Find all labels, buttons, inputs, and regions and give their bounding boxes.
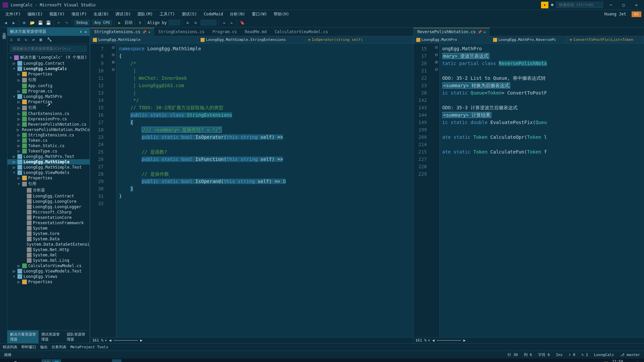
tree-item[interactable]: ▷ReversePolishNotation.MathCore.cs	[7, 127, 90, 132]
bottom-tool-tab[interactable]: 输出	[40, 345, 48, 350]
menu-item[interactable]: 文件(F)	[3, 11, 23, 18]
vs-taskbar-icon[interactable]: ∞	[112, 359, 121, 362]
tree-item[interactable]: System	[7, 226, 90, 231]
properties-icon[interactable]: 🔧	[47, 37, 52, 43]
feedback-icon[interactable]: ☻	[551, 3, 553, 7]
menu-item[interactable]: 分析(N)	[227, 11, 248, 18]
panel-bottom-tab[interactable]: 团队资源管理器	[64, 330, 90, 343]
explorer-icon[interactable]: 📁	[42, 359, 51, 362]
tree-item[interactable]: ▷Properties	[7, 71, 90, 77]
redo-icon[interactable]: ↷	[64, 20, 70, 26]
undo-icon[interactable]: ↶	[56, 20, 62, 26]
tree-item[interactable]: ▷Token.cs	[7, 138, 90, 143]
close-tab-icon[interactable]: ✕	[484, 30, 486, 34]
search-combo[interactable]	[201, 20, 216, 25]
menu-item[interactable]: 测试(S)	[179, 11, 200, 18]
editor-tab[interactable]: StringExtensions.cs📌✕	[90, 28, 154, 36]
tree-item[interactable]: System.Data.DataSetExtensions	[7, 242, 90, 247]
close-tab-icon[interactable]: ✕	[148, 30, 150, 34]
bottom-tool-tab[interactable]: 即时窗口	[21, 345, 36, 350]
tree-item[interactable]: ▷Token.Static.cs	[7, 143, 90, 148]
menu-item[interactable]: 编辑(E)	[25, 11, 46, 18]
outdent-icon[interactable]: ⇤	[229, 20, 235, 26]
nav-project-r[interactable]: LoongEgg.MathPro	[414, 36, 490, 43]
alignby-combo[interactable]	[169, 20, 180, 25]
tree-item[interactable]: ▷CharExtensions.cs	[7, 111, 90, 116]
panel-bottom-tab[interactable]: 解决方案资源管理器	[7, 330, 39, 343]
menu-item[interactable]: 调试(D)	[113, 11, 133, 18]
quick-launch-input[interactable]	[556, 2, 603, 8]
git-down-icon[interactable]: ✎ 2	[581, 353, 588, 357]
back-icon[interactable]: ◀	[3, 20, 9, 26]
open-icon[interactable]: 📂	[29, 20, 35, 26]
collapse-icon[interactable]: ⊟	[17, 37, 23, 43]
tree-item[interactable]: Microsoft.CSharp	[7, 209, 90, 215]
tree-item[interactable]: ▷引用	[7, 105, 90, 111]
cortana-icon[interactable]: ○	[21, 359, 31, 362]
nav-class[interactable]: LoongEgg.MathSimple.StringExtensions	[198, 36, 306, 43]
tree-item[interactable]: System.Net.Http	[7, 247, 90, 252]
tree-item[interactable]: ▷Properties	[7, 279, 90, 285]
tree-item[interactable]: ▷LoongEgg.MathPro.Test	[7, 154, 90, 159]
tree-item[interactable]: ▷LoongEgg.ViewModels.Test	[7, 268, 90, 274]
chrome-icon[interactable]: 🌐	[52, 359, 61, 362]
save-icon[interactable]: 💾	[37, 20, 43, 26]
tree-item[interactable]: ▿LoongEgg.ViewModels	[7, 170, 90, 175]
tree-item[interactable]: ▷引用	[7, 77, 90, 83]
fold-gutter[interactable]: ⊟⊟⊞⊟	[110, 44, 116, 337]
zoom-right[interactable]: 161 %	[416, 338, 427, 343]
close-button[interactable]: ✕	[631, 2, 641, 8]
editor-tab[interactable]: ReadMe.md	[241, 28, 271, 36]
menu-item[interactable]: CodeMaid	[201, 11, 226, 17]
tree-item[interactable]: ▷LoongEgg.MathSimple	[7, 159, 90, 165]
code-editor-right[interactable]: ongEgg.MathPromary> 逆波兰表达式tatic partial …	[440, 44, 644, 337]
app-icon-4[interactable]: ▢	[92, 359, 101, 362]
platform-combo[interactable]: Any CPU	[92, 20, 112, 25]
menu-item[interactable]: 团队(M)	[135, 11, 156, 18]
comment-icon[interactable]: ≡	[184, 20, 191, 26]
menu-item[interactable]: 视图(V)	[47, 11, 67, 18]
menu-item[interactable]: 帮助(H)	[271, 11, 292, 18]
bookmark-icon[interactable]: 🔖	[239, 20, 245, 26]
bottom-tool-tab[interactable]: 任务列表	[52, 345, 66, 350]
user-avatar[interactable]: HJ	[632, 11, 641, 17]
pin-icon[interactable]: ⬇	[79, 29, 82, 34]
code-editor-left[interactable]: namespace LoongEgg.MathSimple{ /* | | We…	[116, 44, 413, 337]
fold-gutter-r[interactable]: ⊟⊟⊞⊟	[434, 44, 440, 337]
tree-item[interactable]: System.Xml	[7, 252, 90, 258]
git-repo[interactable]: LoongCalc	[594, 353, 614, 357]
maximize-button[interactable]: ▢	[619, 2, 629, 8]
tree-item[interactable]: ▷TokenType.cs	[7, 148, 90, 154]
start-label[interactable]: 启动	[124, 20, 132, 25]
tree-item[interactable]: LoongEgg.LoongCore	[7, 199, 90, 204]
indent-icon[interactable]: ⇥	[221, 20, 227, 26]
tree-item[interactable]: ▷Properties	[7, 175, 90, 181]
app-icon-2[interactable]: ●	[72, 359, 81, 362]
tree-item[interactable]: System.Xml.Linq	[7, 258, 90, 263]
refresh-icon[interactable]: ↻	[25, 37, 30, 43]
tree-item[interactable]: System.Core	[7, 231, 90, 236]
sync-icon[interactable]: ⇄	[32, 37, 38, 43]
panel-close-icon[interactable]: ✕	[85, 29, 87, 34]
nav-class-r[interactable]: LoongEgg.MathPro.ReversePc	[490, 36, 567, 43]
start-debug-icon[interactable]: ▶	[116, 20, 122, 26]
left-collapsed-tabs[interactable]: 工具箱 数据源	[0, 27, 7, 343]
start-menu-icon[interactable]: ⊞	[1, 359, 11, 362]
tree-item[interactable]: ▿LoongEgg.LoongCalc	[7, 66, 90, 71]
tree-item[interactable]: ▷CalculatorViewModel.cs	[7, 263, 90, 268]
search-tb-icon[interactable]: 🔍	[11, 359, 21, 362]
tree-item[interactable]: 分析器	[7, 187, 90, 193]
nav-member[interactable]: ⊕ IsOperator(string self)	[306, 36, 413, 43]
solution-search-input[interactable]	[10, 46, 87, 52]
git-branch[interactable]: ⎇ master	[620, 353, 640, 357]
pin-icon[interactable]: 📌	[478, 30, 482, 34]
tree-item[interactable]: ▷LoongEgg.MathSimple.Test	[7, 165, 90, 170]
clock[interactable]: 22:502020/4/26	[612, 359, 632, 362]
solution-root[interactable]: ▿解决方案'LoongCalc' (9 个项目)	[7, 54, 90, 61]
tree-item[interactable]: PresentationCore	[7, 215, 90, 220]
pin-icon[interactable]: 📌	[142, 30, 146, 34]
config-combo[interactable]: Debug	[74, 20, 90, 25]
home-icon[interactable]: ⌂	[10, 37, 15, 43]
tree-item[interactable]: ▷StringExtensions.cs	[7, 132, 90, 138]
bottom-tool-tab[interactable]: 错误列表	[3, 345, 17, 350]
